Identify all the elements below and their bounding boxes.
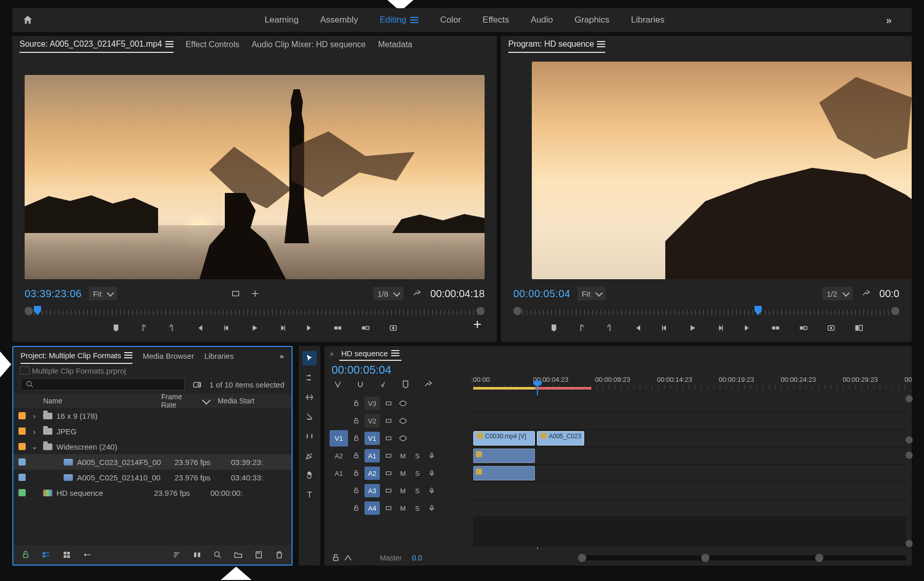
program-tab[interactable]: Program: HD sequence (508, 36, 605, 53)
zoom-handle-right[interactable] (701, 554, 709, 562)
source-resolution-dropdown[interactable]: 1/8 (373, 287, 403, 300)
timeline-tab-close-icon[interactable]: × (330, 350, 334, 358)
hand-tool[interactable] (302, 468, 317, 482)
vscroll-handle-top[interactable] (906, 395, 913, 402)
workspace-learning[interactable]: Learning (265, 15, 299, 25)
list-view-icon[interactable] (40, 549, 52, 561)
workspace-editing[interactable]: Editing (379, 15, 418, 25)
track-target-a4[interactable]: A4 (364, 501, 380, 515)
lane-a2[interactable] (473, 465, 907, 481)
source-settings-icon[interactable] (411, 287, 423, 300)
track-target-a3[interactable]: A3 (364, 484, 380, 497)
sort-icons-icon[interactable] (170, 549, 183, 561)
workspace-graphics[interactable]: Graphics (574, 15, 609, 25)
zoom-handle-right2[interactable] (815, 554, 823, 562)
source-timecode-in[interactable]: 03:39:23:06 (25, 288, 82, 300)
program-scrub-bar[interactable] (513, 306, 899, 317)
slip-tool[interactable] (302, 429, 317, 443)
workspace-color[interactable]: Color (440, 15, 461, 25)
master-toggle-icon[interactable] (342, 552, 354, 564)
track-target-v2[interactable]: V2 (364, 414, 380, 428)
master-track-value[interactable]: 0.0 (412, 554, 422, 562)
solo-button[interactable]: S (412, 470, 423, 477)
project-tab-menu-icon[interactable] (124, 352, 132, 358)
clip-v1-2[interactable]: A005_C023 (537, 431, 584, 446)
add-marker-icon[interactable] (110, 322, 122, 334)
project-tab-libraries[interactable]: Libraries (204, 348, 234, 363)
disclosure-triangle-icon[interactable]: ⌄ (30, 442, 39, 451)
find-icon[interactable] (211, 549, 224, 561)
lane-a3[interactable] (473, 482, 907, 499)
track-lock-icon[interactable] (351, 505, 361, 512)
source-tab-metadata[interactable]: Metadata (378, 37, 413, 52)
vscroll-handle-mid1[interactable] (906, 436, 913, 443)
voiceover-icon[interactable] (426, 470, 437, 477)
source-safe-margins-icon[interactable] (229, 287, 242, 300)
mute-button[interactable]: M (397, 470, 409, 477)
razor-tool[interactable] (302, 410, 317, 424)
freeform-view-icon[interactable] (81, 549, 93, 561)
project-writable-icon[interactable] (20, 549, 32, 561)
project-overflow-button[interactable]: » (280, 352, 284, 360)
lane-v2[interactable] (473, 413, 907, 429)
source-patch-v1[interactable]: V1 (330, 430, 348, 447)
linked-selection-icon[interactable] (377, 378, 389, 391)
type-tool[interactable] (302, 488, 317, 502)
col-name[interactable]: Name (13, 397, 157, 405)
step-back-icon[interactable] (221, 322, 233, 334)
p-step-fwd-icon[interactable] (714, 322, 726, 334)
vscroll-handle-mid2[interactable] (906, 452, 913, 459)
lane-a1[interactable] (473, 448, 907, 464)
markers-icon[interactable] (399, 378, 412, 391)
program-scrub-end-dot[interactable] (891, 307, 899, 315)
zoom-handle-left[interactable] (578, 554, 586, 562)
disclosure-triangle-icon[interactable]: › (30, 412, 39, 420)
source-tab-effect-controls[interactable]: Effect Controls (186, 37, 240, 52)
timeline-ruler[interactable]: :00:0000:00:04:2300:00:09:2300:00:14:230… (473, 376, 907, 390)
track-target-a2[interactable]: A2 (364, 467, 380, 480)
track-lock-icon[interactable] (351, 435, 361, 442)
selection-tool[interactable] (302, 351, 317, 365)
source-scrub-end-dot[interactable] (476, 307, 485, 315)
timeline-zoom-bar[interactable] (578, 555, 907, 560)
workspace-assembly[interactable]: Assembly (320, 15, 358, 25)
project-row[interactable]: A005_C023_0214F5_0023.976 fps03:39:23: (13, 454, 292, 470)
program-timecode-in[interactable]: 00:00:05:04 (513, 288, 570, 300)
project-search-input[interactable] (21, 378, 185, 391)
sync-lock-icon[interactable] (383, 435, 394, 442)
p-add-marker-icon[interactable] (548, 322, 560, 334)
p-mark-out-icon[interactable] (603, 322, 615, 334)
source-drag-video-icon[interactable] (249, 287, 261, 300)
source-timecode-out[interactable]: 00:00:04:18 (430, 288, 485, 300)
timeline-clips-area[interactable]: C0030.mp4 [V] A005_C023 (473, 395, 907, 547)
program-scrub-start-dot[interactable] (513, 307, 522, 315)
source-button-editor[interactable]: + (473, 316, 482, 333)
p-mark-in-icon[interactable] (575, 322, 588, 334)
project-tab-project[interactable]: Project: Multiple Clip Formats (21, 348, 132, 364)
workspace-editing-menu-icon[interactable] (410, 17, 418, 23)
source-zoom-dropdown[interactable]: Fit (89, 287, 117, 300)
p-play-icon[interactable] (686, 322, 699, 334)
track-target-a1[interactable]: A1 (364, 449, 380, 462)
sync-lock-icon[interactable] (383, 505, 394, 512)
vscroll-handle-bottom[interactable] (906, 540, 913, 547)
lane-a4[interactable] (473, 500, 907, 516)
solo-button[interactable]: S (412, 452, 423, 460)
mute-button[interactable]: M (397, 505, 409, 512)
p-comparison-icon[interactable] (853, 322, 865, 334)
p-step-back-icon[interactable] (659, 322, 671, 334)
clear-icon[interactable] (273, 549, 285, 561)
source-tab-menu-icon[interactable] (165, 41, 174, 47)
toggle-track-output-icon[interactable] (397, 417, 409, 425)
pen-tool[interactable] (302, 449, 317, 463)
project-row[interactable]: ›16 x 9 (178) (13, 408, 292, 423)
col-media-start[interactable]: Media Start (214, 397, 292, 405)
home-button[interactable] (12, 14, 43, 26)
sync-lock-icon[interactable] (383, 417, 394, 424)
workspace-effects[interactable]: Effects (483, 15, 509, 25)
source-scrub-bar[interactable] (25, 306, 485, 317)
clip-a1-1[interactable] (473, 449, 535, 463)
sync-lock-icon[interactable] (383, 470, 394, 477)
timeline-settings-icon[interactable] (422, 378, 434, 391)
new-search-bin-icon[interactable] (190, 380, 204, 389)
